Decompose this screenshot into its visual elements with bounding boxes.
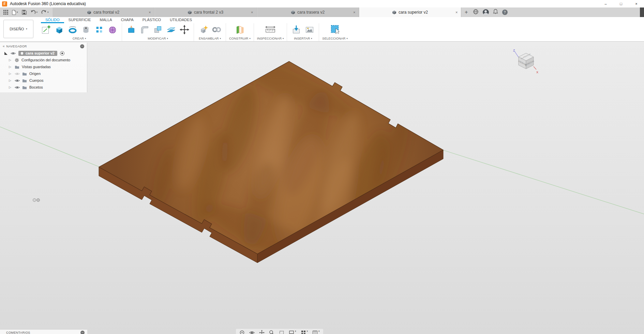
ensamblar-dropdown[interactable]: ENSAMBLAR ▾ [199,36,221,41]
tab-close-icon[interactable]: × [455,10,458,14]
look-at-button[interactable] [249,330,255,334]
inspeccionar-dropdown[interactable]: INSPECCIONAR ▾ [257,36,284,41]
move-copy-button[interactable] [178,23,191,36]
tab-close-icon[interactable]: × [149,10,151,14]
grid-snap-button[interactable]: ▾ [301,330,308,334]
activate-component-radio[interactable] [60,51,64,56]
expand-arrow-icon[interactable]: ▷ [9,86,12,89]
view-cube[interactable]: Z SUPERIOR FRONTAL DERECHA X [510,48,539,80]
tab-cara-frontal-2-v3[interactable]: cara frontal 2 v3 × [154,7,257,17]
close-button[interactable]: × [629,0,644,7]
navigator-root-item[interactable]: cara superior v2 [0,50,87,57]
construct-plane-button[interactable] [234,23,246,36]
ribbon-tab-superficie[interactable]: SUPERFICIE [64,17,95,23]
origin-widget[interactable] [33,199,40,202]
expand-arrow-icon[interactable]: ▷ [9,72,12,75]
viewport-canvas[interactable] [0,42,644,334]
expand-arrow-icon[interactable]: ▷ [9,65,12,69]
joint-button[interactable] [210,23,223,36]
pan-button[interactable] [259,330,265,334]
zoom-button[interactable] [269,330,274,334]
fit-button[interactable] [279,330,284,334]
navigator-item-bocetos[interactable]: ▷ Bocetos [0,84,87,91]
expand-arrow-icon[interactable]: ▷ [9,58,12,62]
tab-close-icon[interactable]: × [251,10,253,14]
collapsed-panel-strip[interactable] [640,7,644,17]
save-button[interactable] [22,10,27,15]
workspace-selector[interactable]: DISEÑO ▾ [3,20,33,38]
ribbon-tab-solido[interactable]: SÓLIDO [41,17,64,23]
display-settings-button[interactable]: ▾ [289,330,296,334]
maximize-button[interactable]: □ [613,0,629,7]
save-icon [22,10,27,15]
redo-button[interactable]: ▾ [41,10,49,15]
file-menu-button[interactable]: ▾ [12,10,18,15]
navigator-item-configuracion[interactable]: ▷ Configuración del documento [0,57,87,63]
collapse-comments-button[interactable]: – [80,331,85,334]
root-document-pill[interactable]: cara superior v2 [18,51,57,56]
tab-cara-trasera-v2[interactable]: cara trasera v2 × [257,7,359,17]
chevron-down-icon: ▾ [283,37,284,40]
undo-button[interactable]: ▾ [30,10,38,15]
visibility-eye-icon[interactable] [15,79,20,82]
offset-face-button[interactable] [165,23,177,36]
user-avatar[interactable] [483,9,489,15]
visibility-eye-icon[interactable] [11,51,16,55]
create-form-button[interactable] [106,23,119,36]
job-status-button[interactable] [473,9,479,16]
visibility-eye-off-icon[interactable] [15,72,20,76]
new-component-button[interactable] [197,23,209,36]
navigator-item-cuerpos[interactable]: ▷ Cuerpos [0,77,87,84]
body-cara-superior[interactable] [99,44,443,284]
orbit-button[interactable] [239,330,245,334]
ribbon-tab-malla[interactable]: MALLA [95,17,117,23]
tab-cara-superior-v2[interactable]: cara superior v2 × [359,7,461,17]
navigator-item-origen[interactable]: ▷ Origen [0,70,87,77]
expand-arrow-icon[interactable]: ▷ [9,79,12,82]
document-tab-bar: ▾ ▾ ▾ cara frontal v2 × cara frontal 2 v… [0,7,644,17]
hole-button[interactable] [80,23,92,36]
viewports-button[interactable]: ▾ [312,330,320,334]
item-label: Origen [29,72,41,76]
minimize-button[interactable]: – [598,0,613,7]
ribbon-tab-plastico[interactable]: PLÁSTICO [138,17,165,23]
tab-close-icon[interactable]: × [353,10,355,14]
collapse-navigator-button[interactable]: – [80,44,84,48]
help-button[interactable]: ? [502,10,508,15]
tab-cara-frontal-v2[interactable]: cara frontal v2 × [52,7,154,17]
rectangular-pattern-icon [94,24,105,35]
create-sketch-button[interactable] [40,23,52,36]
navigator-item-vistas-guardadas[interactable]: ▷ Vistas guardadas [0,63,87,70]
modificar-dropdown[interactable]: MODIFICAR ▾ [148,36,168,41]
comments-panel-header[interactable]: COMENTARIOS – [0,329,87,334]
rectangular-pattern-button[interactable] [93,23,105,36]
move-icon [179,24,190,35]
measure-button[interactable] [264,23,276,36]
collapse-panel-icon[interactable]: « [3,44,4,48]
app-grid-menu-button[interactable] [3,10,8,15]
press-pull-button[interactable] [125,23,137,36]
folder-icon [22,86,27,89]
tab-label: cara superior v2 [399,10,428,15]
crear-dropdown[interactable]: CREAR ▾ [73,36,86,41]
insert-button[interactable] [290,23,302,36]
ribbon-tab-utilidades[interactable]: UTILIDADES [165,17,196,23]
extrude-button[interactable] [53,23,65,36]
visibility-eye-icon[interactable] [15,86,20,89]
ribbon-tab-chapa[interactable]: CHAPA [117,17,138,23]
decal-button[interactable] [303,23,316,36]
revolve-button[interactable] [66,23,79,36]
fillet-button[interactable] [138,23,151,36]
construir-dropdown[interactable]: CONSTRUIR ▾ [229,36,251,41]
insertar-dropdown[interactable]: INSERTAR ▾ [294,36,312,41]
new-tab-button[interactable]: + [461,7,471,17]
new-component-icon [198,24,209,35]
shell-button[interactable] [152,23,164,36]
group-insertar: INSERTAR ▾ [287,23,319,41]
view-cube-faces[interactable]: SUPERIOR FRONTAL DERECHA [518,53,534,69]
notifications-button[interactable] [493,9,498,16]
extrude-icon [54,24,65,35]
seleccionar-dropdown[interactable]: SELECCIONAR ▾ [322,36,347,41]
select-button[interactable] [329,23,341,36]
model-viewport[interactable]: « NAVEGADOR – cara superior v2 ▷ Configu… [0,42,644,334]
